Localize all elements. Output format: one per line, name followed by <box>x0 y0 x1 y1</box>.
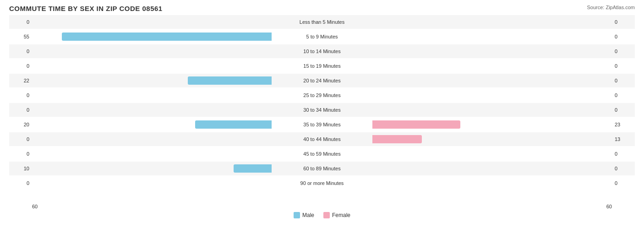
table-row: 090 or more Minutes0 <box>9 176 635 190</box>
male-value: 22 <box>9 78 32 83</box>
table-row: 1060 to 89 Minutes0 <box>9 162 635 175</box>
row-label: 60 to 89 Minutes <box>272 166 372 171</box>
table-row: 2035 to 39 Minutes23 <box>9 118 635 131</box>
row-label: 45 to 59 Minutes <box>272 151 372 157</box>
male-value: 0 <box>9 136 32 142</box>
male-value: 55 <box>9 34 32 39</box>
bar-male <box>188 76 272 85</box>
bar-male <box>62 33 272 41</box>
row-label: 25 to 29 Minutes <box>272 92 372 98</box>
table-row: 025 to 29 Minutes0 <box>9 88 635 102</box>
legend-female-label: Female <box>332 212 350 218</box>
female-value: 0 <box>612 166 635 171</box>
table-row: 045 to 59 Minutes0 <box>9 147 635 161</box>
table-row: 555 to 9 Minutes0 <box>9 30 635 43</box>
female-value: 0 <box>612 78 635 83</box>
row-label: 30 to 34 Minutes <box>272 107 372 113</box>
row-label: 40 to 44 Minutes <box>272 136 372 142</box>
axis-left: 60 <box>32 204 38 209</box>
male-value: 0 <box>9 107 32 113</box>
female-value: 0 <box>612 180 635 186</box>
female-value: 23 <box>612 122 635 127</box>
female-value: 13 <box>612 136 635 142</box>
male-value: 20 <box>9 122 32 127</box>
bar-female <box>372 135 422 143</box>
legend-area: Male Female <box>9 212 635 218</box>
male-value: 10 <box>9 166 32 171</box>
bar-male <box>234 164 272 173</box>
female-value: 0 <box>612 92 635 98</box>
bar-female <box>372 120 460 129</box>
row-label: 35 to 39 Minutes <box>272 122 372 127</box>
axis-right: 60 <box>606 204 612 209</box>
legend-female-box <box>323 212 330 218</box>
table-row: 015 to 19 Minutes0 <box>9 59 635 73</box>
female-value: 0 <box>612 19 635 25</box>
male-value: 0 <box>9 180 32 186</box>
female-value: 0 <box>612 34 635 39</box>
legend-male-label: Male <box>302 212 314 218</box>
legend-female: Female <box>323 212 350 218</box>
row-label: 15 to 19 Minutes <box>272 63 372 69</box>
female-value: 0 <box>612 151 635 157</box>
row-label: Less than 5 Minutes <box>272 19 372 25</box>
chart-container: COMMUTE TIME BY SEX IN ZIP CODE 08561 So… <box>0 0 644 239</box>
male-value: 0 <box>9 19 32 25</box>
table-row: 2220 to 24 Minutes0 <box>9 74 635 87</box>
chart-title: COMMUTE TIME BY SEX IN ZIP CODE 08561 <box>9 5 635 12</box>
table-row: 0Less than 5 Minutes0 <box>9 15 635 29</box>
female-value: 0 <box>612 107 635 113</box>
row-label: 20 to 24 Minutes <box>272 78 372 83</box>
legend-male-box <box>294 212 300 218</box>
table-row: 010 to 14 Minutes0 <box>9 44 635 58</box>
row-label: 10 to 14 Minutes <box>272 49 372 54</box>
male-value: 0 <box>9 92 32 98</box>
male-value: 0 <box>9 151 32 157</box>
source-label: Source: ZipAtlas.com <box>587 5 635 10</box>
bottom-axis: 60 60 <box>9 204 635 209</box>
row-label: 5 to 9 Minutes <box>272 34 372 39</box>
bar-male <box>195 120 272 129</box>
female-value: 0 <box>612 49 635 54</box>
row-label: 90 or more Minutes <box>272 180 372 186</box>
male-value: 0 <box>9 63 32 69</box>
female-value: 0 <box>612 63 635 69</box>
male-value: 0 <box>9 49 32 54</box>
table-row: 040 to 44 Minutes13 <box>9 132 635 146</box>
legend-male: Male <box>294 212 314 218</box>
table-row: 030 to 34 Minutes0 <box>9 103 635 117</box>
chart-area: 0Less than 5 Minutes0555 to 9 Minutes001… <box>9 15 635 203</box>
